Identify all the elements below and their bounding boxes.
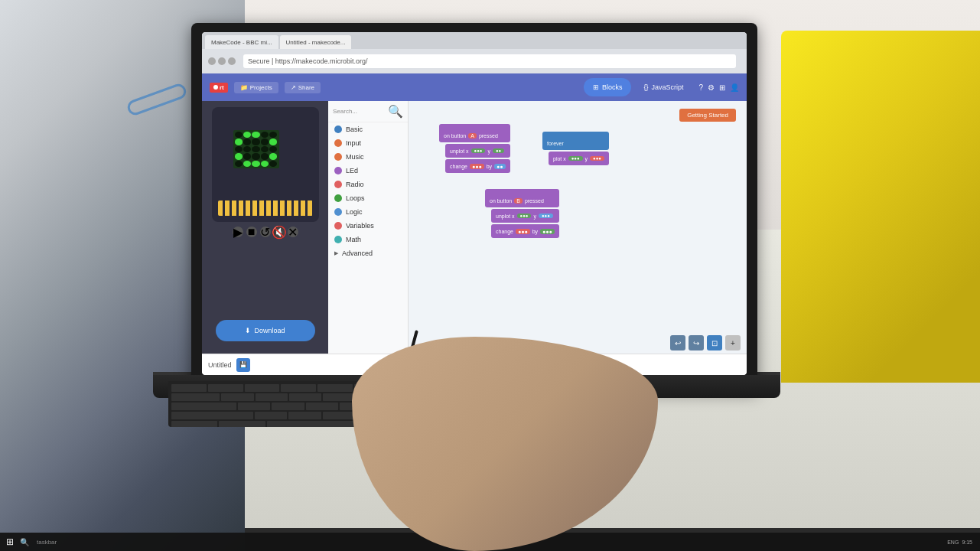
- plot-block[interactable]: plot x ●●● y ●●●: [549, 152, 609, 165]
- laptop-screen-body: MakeCode - BBC mi... Untitled - makecode…: [191, 23, 757, 390]
- button-a-value: A: [468, 133, 477, 139]
- change-var: ●●●: [470, 164, 484, 169]
- category-math[interactable]: Math: [328, 233, 408, 246]
- music-label: Music: [346, 153, 364, 161]
- basic-label: Basic: [346, 126, 363, 133]
- blocks-tab-icon: ⊞: [593, 83, 599, 91]
- unplot-label: unplot x: [450, 148, 469, 154]
- forever-label: forever: [547, 141, 564, 146]
- save-button[interactable]: 💾: [236, 358, 250, 372]
- led-0-1: [243, 132, 251, 138]
- share-button[interactable]: ↗ Share: [285, 82, 321, 93]
- category-variables[interactable]: Variables: [328, 219, 408, 233]
- loops-label: Loops: [346, 194, 365, 202]
- search-icon[interactable]: 🔍: [388, 104, 403, 119]
- category-music[interactable]: Music: [328, 150, 408, 164]
- header-icons: ? ⚙ ⊞ 👤: [698, 83, 739, 92]
- search-input[interactable]: Search...: [333, 108, 386, 115]
- zoom-in-button[interactable]: +: [725, 335, 741, 350]
- change-b-label: change: [496, 229, 513, 234]
- browser-refresh-btn[interactable]: [228, 57, 236, 65]
- change-b-val: ●●●: [540, 229, 555, 234]
- settings-icon[interactable]: ⚙: [708, 83, 715, 92]
- change-block[interactable]: change ●●● by ●●: [445, 159, 510, 173]
- key: [221, 393, 253, 401]
- led-0-4: [269, 132, 277, 138]
- category-basic[interactable]: Basic: [328, 122, 408, 136]
- led-0-2: [252, 132, 259, 138]
- category-radio[interactable]: Radio: [328, 178, 408, 191]
- led-3-3: [261, 153, 269, 159]
- tab1-label: MakeCode - BBC mi...: [211, 39, 272, 46]
- category-input[interactable]: Input: [328, 136, 408, 150]
- block-group-2[interactable]: forever plot x ●●● y ●●●: [542, 132, 609, 165]
- led-2-3: [261, 146, 269, 152]
- key: [306, 403, 338, 410]
- undo-button[interactable]: ↩: [670, 335, 685, 350]
- browser-tab-2[interactable]: Untitled - makecode...: [280, 35, 352, 49]
- input-label: Input: [346, 139, 361, 147]
- download-button[interactable]: ⬇ Download: [216, 320, 315, 341]
- on-button-hat[interactable]: on button A pressed: [439, 124, 510, 142]
- address-bar[interactable]: Secure | https://makecode.microbit.org/: [243, 54, 736, 68]
- unplot-block[interactable]: unplot x ●●● y ●●: [445, 144, 510, 158]
- projects-button[interactable]: 📁 Projects: [234, 82, 278, 93]
- blocks-tab[interactable]: ⊞ Blocks: [584, 78, 632, 96]
- change-b-block[interactable]: change ●●● by ●●●: [491, 224, 559, 238]
- filename-text[interactable]: Untitled: [208, 361, 232, 369]
- redo-button[interactable]: ↪: [689, 335, 704, 350]
- advanced-label: Advanced: [342, 249, 373, 257]
- account-icon[interactable]: 👤: [730, 83, 739, 92]
- logo-dot: [213, 85, 218, 90]
- search-taskbar[interactable]: 🔍: [17, 538, 32, 546]
- unplot-b-label: unplot x: [496, 214, 515, 219]
- key: [256, 393, 288, 401]
- sim-restart-btn[interactable]: ↺: [260, 227, 271, 237]
- browser-tab-1[interactable]: MakeCode - BBC mi...: [205, 35, 278, 49]
- getting-started-button[interactable]: Getting Started: [679, 109, 736, 122]
- javascript-tab[interactable]: {} JavaScript: [634, 78, 692, 96]
- change-b-by: by: [532, 229, 538, 234]
- input-color-dot: [334, 139, 342, 147]
- tab2-label: Untitled - makecode...: [286, 39, 346, 46]
- browser-back-btn[interactable]: [208, 57, 216, 65]
- js-tab-label: JavaScript: [651, 83, 683, 91]
- sim-stop-btn[interactable]: ■: [246, 227, 257, 237]
- sim-close-btn[interactable]: ✕: [288, 227, 298, 237]
- forever-hat[interactable]: forever: [542, 132, 609, 150]
- led-1-2: [252, 139, 259, 145]
- microbit-edge-connector: [218, 201, 313, 216]
- key: [323, 393, 355, 401]
- category-led[interactable]: LEd: [328, 164, 408, 178]
- category-advanced[interactable]: ▶ Advanced: [328, 246, 408, 260]
- sim-mute-btn[interactable]: 🔇: [274, 227, 285, 237]
- radio-label: Radio: [346, 181, 364, 188]
- sim-play-btn[interactable]: ▶: [233, 227, 243, 237]
- category-logic[interactable]: Logic: [328, 205, 408, 219]
- math-color-dot: [334, 236, 342, 243]
- on-button-b-hat[interactable]: on button B pressed: [485, 189, 559, 207]
- help-icon[interactable]: ?: [698, 83, 703, 92]
- category-loops[interactable]: Loops: [328, 191, 408, 205]
- windows-icon[interactable]: ⊞: [719, 83, 725, 92]
- browser-forward-btn[interactable]: [218, 57, 226, 65]
- windows-start[interactable]: ⊞: [3, 536, 17, 547]
- plot-label: plot x: [553, 156, 566, 161]
- advanced-arrow: ▶: [334, 250, 338, 256]
- variables-color-dot: [334, 222, 342, 230]
- plot-y-val: ●●●: [590, 156, 604, 161]
- change-val: ●●: [494, 164, 505, 169]
- zoom-fit-button[interactable]: ⊡: [707, 335, 722, 350]
- math-label: Math: [346, 236, 361, 243]
- key: [323, 412, 356, 419]
- workspace-toolbar: ↩ ↪ ⊡ +: [670, 335, 741, 350]
- share-icon: ↗: [291, 84, 296, 91]
- block-group-1[interactable]: on button A pressed unplot x ●●● y ●●: [439, 124, 510, 173]
- makecode-logo: rt: [210, 83, 228, 93]
- unplot-x-value: ●●●: [471, 148, 486, 153]
- unplot-b-block[interactable]: unplot x ●●● y ●●●: [491, 209, 559, 223]
- led-0-3: [261, 132, 269, 138]
- screen-bezel: MakeCode - BBC mi... Untitled - makecode…: [202, 32, 747, 375]
- block-group-3[interactable]: on button B pressed unplot x ●●● y ●●●: [485, 189, 559, 238]
- code-workspace[interactable]: Getting Started on button A pressed unpl…: [409, 101, 747, 354]
